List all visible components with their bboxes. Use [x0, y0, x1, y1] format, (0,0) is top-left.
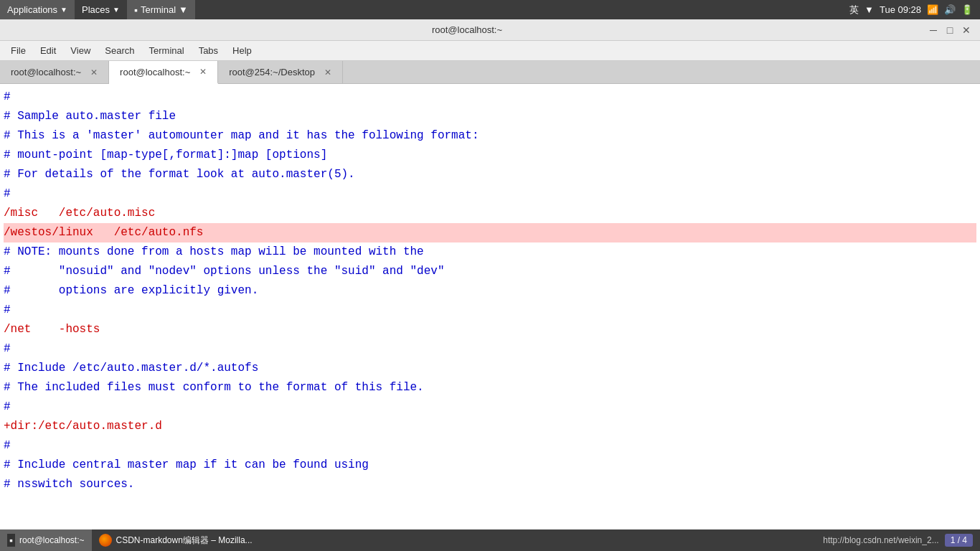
applications-menu[interactable]: Applications ▼: [0, 0, 75, 19]
taskbar-terminal[interactable]: ▪ root@localhost:~: [0, 529, 92, 551]
places-arrow: ▼: [113, 6, 120, 14]
tab-3[interactable]: root@254:~/Desktop ✕: [218, 61, 343, 83]
line-8: /westos/linux /etc/auto.nfs: [4, 223, 976, 242]
window-title: root@localhost:~: [7, 24, 927, 35]
menu-terminal[interactable]: Terminal: [142, 42, 192, 59]
sound-icon[interactable]: 🔊: [944, 4, 956, 15]
tab-2-close[interactable]: ✕: [199, 67, 207, 77]
firefox-icon: [99, 534, 112, 547]
line-19: #: [4, 436, 976, 456]
places-label: Places: [82, 4, 110, 15]
menu-view[interactable]: View: [63, 42, 98, 59]
line-15: # Include /etc/auto.master.d/*.autofs: [4, 359, 976, 378]
minimize-button[interactable]: ─: [927, 24, 940, 37]
applications-label: Applications: [7, 4, 57, 15]
places-menu[interactable]: Places ▼: [75, 0, 127, 19]
terminal-window: root@localhost:~ ─ □ ✕ File Edit View Se…: [0, 19, 980, 551]
taskbar: ▪ root@localhost:~ CSDN-markdown编辑器 – Mo…: [0, 529, 980, 551]
line-9: # NOTE: mounts done from a hosts map wil…: [4, 242, 976, 262]
line-3: # This is a 'master' automounter map and…: [4, 126, 976, 146]
line-20: # Include central master map if it can b…: [4, 456, 976, 475]
line-11: # options are explicitly given.: [4, 281, 976, 301]
menu-help[interactable]: Help: [225, 42, 259, 59]
line-7: /misc /etc/auto.misc: [4, 204, 976, 223]
taskbar-right: http://blog.csdn.net/weixin_2... 1 / 4: [823, 534, 980, 547]
line-14: #: [4, 339, 976, 359]
line-4: # mount-point [map-type[,format]:]map [o…: [4, 146, 976, 165]
line-6: #: [4, 184, 976, 204]
terminal-menu[interactable]: ▪ Terminal ▼: [127, 0, 195, 19]
terminal-taskbar-icon: ▪: [7, 534, 15, 547]
terminal-arrow: ▼: [179, 4, 188, 15]
menu-edit[interactable]: Edit: [33, 42, 63, 59]
line-10: # "nosuid" and "nodev" options unless th…: [4, 262, 976, 281]
line-18: +dir:/etc/auto.master.d: [4, 417, 976, 436]
maximize-button[interactable]: □: [943, 24, 956, 37]
tab-1[interactable]: root@localhost:~ ✕: [0, 61, 109, 83]
menu-file[interactable]: File: [4, 42, 33, 59]
applications-arrow: ▼: [60, 6, 67, 14]
page-indicator: 1 / 4: [945, 534, 973, 547]
line-5: # For details of the format look at auto…: [4, 165, 976, 184]
window-buttons[interactable]: ─ □ ✕: [927, 24, 973, 37]
terminal-label: Terminal: [141, 4, 176, 15]
lang-arrow: ▼: [864, 4, 874, 15]
line-17: #: [4, 397, 976, 417]
taskbar-terminal-label: root@localhost:~: [19, 535, 85, 545]
taskbar-url: http://blog.csdn.net/weixin_2...: [823, 535, 938, 545]
line-2: # Sample auto.master file: [4, 107, 976, 126]
line-16: # The included files must conform to the…: [4, 378, 976, 397]
system-bar: Applications ▼ Places ▼ ▪ Terminal ▼ 英 ▼…: [0, 0, 980, 19]
line-1: #: [4, 88, 976, 107]
close-button[interactable]: ✕: [960, 24, 973, 37]
taskbar-firefox[interactable]: CSDN-markdown编辑器 – Mozilla...: [92, 529, 260, 551]
line-21: # nsswitch sources.: [4, 475, 976, 494]
terminal-icon: ▪: [134, 4, 138, 16]
power-icon[interactable]: 🔋: [961, 4, 973, 15]
title-bar: root@localhost:~ ─ □ ✕: [0, 19, 980, 41]
tab-2-label: root@localhost:~: [120, 67, 190, 77]
system-tray: 英 ▼ Tue 09:28 📶 🔊 🔋: [849, 4, 980, 17]
menu-bar: File Edit View Search Terminal Tabs Help: [0, 41, 980, 61]
line-13: /net -hosts: [4, 320, 976, 339]
menu-tabs[interactable]: Tabs: [192, 42, 225, 59]
tab-bar: root@localhost:~ ✕ root@localhost:~ ✕ ro…: [0, 61, 980, 84]
tab-1-label: root@localhost:~: [11, 67, 81, 77]
datetime: Tue 09:28: [880, 4, 921, 15]
menu-search[interactable]: Search: [98, 42, 141, 59]
wifi-icon[interactable]: 📶: [927, 4, 938, 15]
line-12: #: [4, 301, 976, 320]
lang-indicator[interactable]: 英: [849, 4, 859, 17]
tab-3-close[interactable]: ✕: [324, 67, 331, 77]
tab-2[interactable]: root@localhost:~ ✕: [109, 61, 218, 84]
tab-3-label: root@254:~/Desktop: [229, 67, 315, 77]
tab-1-close[interactable]: ✕: [90, 67, 98, 77]
taskbar-firefox-label: CSDN-markdown编辑器 – Mozilla...: [116, 534, 253, 547]
terminal-content[interactable]: # # Sample auto.master file # This is a …: [0, 84, 980, 531]
